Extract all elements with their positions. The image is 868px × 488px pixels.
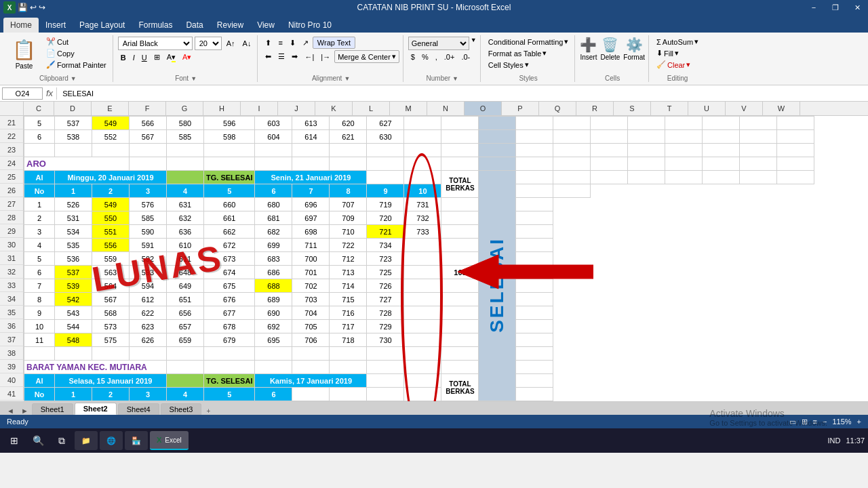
cell-D29[interactable]: 534 [55, 225, 92, 239]
normal-view-icon[interactable]: ▭ [789, 418, 796, 426]
sheet-tab-1[interactable]: Sheet1 [32, 403, 73, 415]
number-format-expand[interactable]: ▼ [471, 37, 477, 50]
cell-L31[interactable]: 723 [367, 252, 404, 266]
cell-I33[interactable]: 688 [255, 279, 292, 293]
zoom-in-icon[interactable]: + [857, 418, 861, 426]
cell-K37[interactable]: 718 [330, 333, 367, 347]
cell-I25[interactable]: Senin, 21 Januari 2019 [255, 171, 367, 184]
bold-button[interactable]: B [118, 52, 129, 63]
cell-I38[interactable] [255, 347, 292, 361]
row-num-36[interactable]: 36 [0, 319, 24, 333]
row-num-28[interactable]: 28 [0, 211, 24, 224]
cell-G33[interactable]: 649 [167, 279, 204, 293]
cell-H23[interactable] [204, 144, 255, 157]
col-header-e[interactable]: E [92, 102, 129, 115]
cell-M34[interactable] [404, 293, 441, 306]
col-header-k[interactable]: K [315, 102, 353, 115]
cell-M30[interactable] [404, 239, 441, 252]
cell-E35[interactable]: 568 [92, 306, 130, 320]
cell-F34[interactable]: 612 [130, 293, 167, 306]
italic-button[interactable]: I [130, 52, 138, 63]
cell-D35[interactable]: 543 [55, 306, 92, 320]
font-size-select[interactable]: 20 [195, 37, 222, 50]
excel-taskbar-button[interactable]: X Excel [150, 431, 189, 450]
align-left-button[interactable]: ⬅ [262, 51, 274, 62]
col-header-l[interactable]: L [353, 102, 390, 115]
tab-home[interactable]: Home [3, 18, 39, 33]
cell-G28[interactable]: 632 [167, 211, 204, 225]
cell-G37[interactable]: 659 [167, 333, 204, 347]
cell-C37[interactable]: 11 [24, 333, 55, 347]
cell-G38[interactable] [167, 347, 204, 361]
cell-V23[interactable] [740, 144, 777, 157]
align-bottom-button[interactable]: ⬇ [287, 37, 298, 49]
cell-O24[interactable] [479, 157, 516, 171]
cell-G25[interactable] [167, 171, 204, 184]
cell-S24[interactable] [628, 157, 665, 171]
cell-F29[interactable]: 590 [130, 225, 167, 239]
cell-P29[interactable] [516, 225, 553, 239]
cell-I35[interactable]: 690 [255, 306, 292, 320]
cell-J29[interactable]: 698 [292, 225, 330, 239]
cell-G32[interactable]: 648 [167, 266, 204, 279]
cell-J28[interactable]: 697 [292, 211, 330, 225]
cell-P26[interactable] [516, 184, 553, 198]
cell-J21[interactable]: 613 [292, 117, 330, 130]
cell-E38[interactable] [92, 347, 130, 361]
cell-R23[interactable] [591, 144, 628, 157]
cell-F24[interactable] [130, 157, 167, 171]
cell-K31[interactable]: 712 [330, 252, 367, 266]
cell-G27[interactable]: 631 [167, 198, 204, 211]
cell-H32[interactable]: 674 [204, 266, 255, 279]
cell-J41[interactable] [292, 388, 330, 401]
cell-P36[interactable] [516, 320, 553, 333]
cell-J37[interactable]: 706 [292, 333, 330, 347]
cell-J27[interactable]: 696 [292, 198, 330, 211]
cell-O22[interactable] [479, 130, 516, 144]
cell-W25[interactable] [777, 171, 814, 184]
cell-N29[interactable] [441, 225, 479, 239]
cell-L21[interactable]: 627 [367, 117, 404, 130]
cell-E34[interactable]: 567 [92, 293, 130, 306]
cell-J33[interactable]: 702 [292, 279, 330, 293]
cell-G40[interactable] [167, 374, 204, 388]
cell-K28[interactable]: 709 [330, 211, 367, 225]
align-middle-button[interactable]: ≡ [275, 37, 285, 48]
cell-I24[interactable] [255, 157, 292, 171]
undo-icon[interactable]: ↩ [30, 3, 37, 12]
cell-Q26[interactable] [553, 184, 591, 198]
cell-D27[interactable]: 526 [55, 198, 92, 211]
col-header-p[interactable]: P [502, 102, 539, 115]
tab-nitro[interactable]: Nitro Pro 10 [281, 18, 338, 33]
cell-W23[interactable] [777, 144, 814, 157]
cell-H29[interactable]: 662 [204, 225, 255, 239]
cell-L38[interactable] [367, 347, 404, 361]
cell-E29[interactable]: 551 [92, 225, 130, 239]
row-num-23[interactable]: 23 [0, 143, 24, 157]
row-num-25[interactable]: 25 [0, 170, 24, 184]
cell-O23[interactable] [479, 144, 516, 157]
cell-G29[interactable]: 636 [167, 225, 204, 239]
row-num-33[interactable]: 33 [0, 279, 24, 292]
cell-S25[interactable] [628, 171, 665, 184]
row-num-38[interactable]: 38 [0, 346, 24, 360]
cell-reference-input[interactable]: O24 [2, 87, 43, 100]
cell-I41[interactable]: 6 [255, 388, 292, 401]
cell-G36[interactable]: 657 [167, 320, 204, 333]
cell-P32[interactable] [516, 266, 553, 279]
cell-D41[interactable]: 1 [55, 388, 92, 401]
text-rotate-button[interactable]: ↗ [300, 37, 311, 49]
cell-M31[interactable] [404, 252, 441, 266]
col-header-h[interactable]: H [203, 102, 241, 115]
cell-N24[interactable] [441, 157, 479, 171]
indent-increase-button[interactable]: |→ [318, 52, 333, 62]
cell-D28[interactable]: 531 [55, 211, 92, 225]
cell-M36[interactable] [404, 320, 441, 333]
cell-L36[interactable]: 729 [367, 320, 404, 333]
cell-J24[interactable] [292, 157, 330, 171]
cell-W21[interactable] [777, 117, 814, 130]
col-header-o[interactable]: O [465, 102, 502, 115]
cell-P40[interactable] [516, 374, 553, 388]
cell-Q23[interactable] [553, 144, 591, 157]
cell-G34[interactable]: 651 [167, 293, 204, 306]
